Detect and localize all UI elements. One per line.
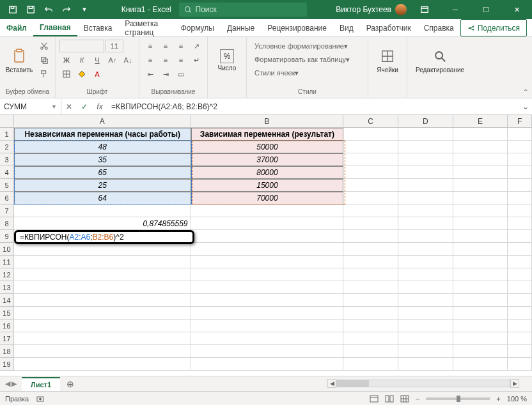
row-header[interactable]: 19 bbox=[0, 358, 14, 371]
cell[interactable] bbox=[343, 268, 398, 281]
cell[interactable] bbox=[508, 192, 532, 204]
col-header-b[interactable]: B bbox=[191, 115, 344, 127]
search-box[interactable]: Поиск bbox=[179, 3, 307, 17]
cell[interactable]: 64 bbox=[14, 192, 191, 204]
maximize-button[interactable]: ☐ bbox=[473, 0, 499, 19]
paste-button[interactable]: Вставить bbox=[4, 40, 35, 81]
cell[interactable] bbox=[398, 332, 453, 345]
ribbon-mode-icon[interactable] bbox=[412, 0, 437, 19]
cell[interactable] bbox=[453, 153, 508, 166]
cell[interactable] bbox=[191, 256, 344, 268]
cell[interactable] bbox=[508, 307, 532, 320]
cell[interactable]: 25 bbox=[14, 179, 191, 192]
cell[interactable] bbox=[343, 179, 398, 192]
cell[interactable] bbox=[453, 268, 508, 281]
cell[interactable] bbox=[14, 358, 191, 371]
row-header[interactable]: 10 bbox=[0, 243, 14, 256]
cell[interactable] bbox=[191, 294, 344, 307]
row-header[interactable]: 13 bbox=[0, 281, 14, 294]
cell[interactable] bbox=[508, 128, 532, 141]
tab-nav-next-icon[interactable]: ▶ bbox=[12, 380, 17, 388]
scroll-right-icon[interactable]: ▶ bbox=[510, 379, 519, 388]
cell[interactable] bbox=[343, 166, 398, 179]
cell[interactable]: 35 bbox=[14, 153, 191, 166]
indent-increase-icon[interactable]: ⇥ bbox=[159, 68, 173, 81]
view-normal-icon[interactable] bbox=[370, 395, 379, 403]
cell[interactable] bbox=[398, 153, 453, 166]
cell[interactable] bbox=[398, 230, 453, 243]
cell[interactable] bbox=[453, 141, 508, 153]
cell[interactable] bbox=[343, 345, 398, 358]
cells-button[interactable]: Ячейки bbox=[372, 40, 403, 81]
cell[interactable] bbox=[453, 358, 508, 371]
col-header-f[interactable]: F bbox=[508, 115, 532, 127]
cell[interactable] bbox=[508, 268, 532, 281]
cell[interactable] bbox=[343, 332, 398, 345]
cell[interactable] bbox=[508, 320, 532, 332]
qat-dropdown-icon[interactable]: ▼ bbox=[77, 2, 92, 17]
cell[interactable] bbox=[343, 256, 398, 268]
cell[interactable] bbox=[508, 294, 532, 307]
zoom-out-button[interactable]: − bbox=[416, 395, 419, 403]
close-button[interactable]: ✕ bbox=[504, 0, 529, 19]
cell[interactable] bbox=[398, 166, 453, 179]
cell[interactable] bbox=[508, 217, 532, 230]
zoom-slider[interactable] bbox=[426, 397, 490, 400]
wrap-text-icon[interactable]: ↵ bbox=[189, 54, 203, 66]
row-header[interactable]: 18 bbox=[0, 345, 14, 358]
cell[interactable] bbox=[343, 320, 398, 332]
align-bottom-icon[interactable]: ≡ bbox=[174, 40, 188, 52]
cell[interactable] bbox=[398, 141, 453, 153]
col-header-c[interactable]: C bbox=[343, 115, 398, 127]
row-header[interactable]: 5 bbox=[0, 179, 14, 192]
tab-insert[interactable]: Вставка bbox=[77, 19, 119, 36]
cell[interactable] bbox=[453, 332, 508, 345]
cell[interactable] bbox=[453, 307, 508, 320]
row-header[interactable]: 8 bbox=[0, 217, 14, 230]
view-page-break-icon[interactable] bbox=[400, 395, 409, 403]
format-painter-icon[interactable] bbox=[37, 68, 51, 81]
bold-button[interactable]: Ж bbox=[59, 54, 74, 66]
cell[interactable]: Независимая переменная (часы работы) bbox=[14, 128, 191, 141]
row-header[interactable]: 9 bbox=[0, 230, 14, 243]
font-shrink-icon[interactable]: A↓ bbox=[121, 54, 135, 66]
cell[interactable] bbox=[508, 166, 532, 179]
cell[interactable] bbox=[343, 128, 398, 141]
number-format-button[interactable]: % Число bbox=[212, 40, 242, 81]
row-header[interactable]: 17 bbox=[0, 332, 14, 345]
cell[interactable] bbox=[14, 320, 191, 332]
cell[interactable] bbox=[14, 332, 191, 345]
col-header-e[interactable]: E bbox=[453, 115, 508, 127]
view-page-layout-icon[interactable] bbox=[385, 395, 394, 403]
row-header[interactable]: 2 bbox=[0, 141, 14, 153]
cell[interactable] bbox=[398, 268, 453, 281]
cell[interactable] bbox=[191, 243, 344, 256]
cell[interactable] bbox=[508, 230, 532, 243]
cell[interactable] bbox=[398, 307, 453, 320]
name-box[interactable]: СУММ▼ bbox=[0, 98, 61, 114]
cell[interactable]: 48 bbox=[14, 141, 191, 153]
cell[interactable] bbox=[191, 217, 344, 230]
format-as-table-button[interactable]: Форматировать как таблицу ▾ bbox=[251, 53, 354, 66]
cell[interactable] bbox=[453, 256, 508, 268]
cell[interactable] bbox=[191, 332, 344, 345]
cell[interactable] bbox=[453, 230, 508, 243]
cell[interactable] bbox=[453, 166, 508, 179]
row-header[interactable]: 3 bbox=[0, 153, 14, 166]
cell[interactable] bbox=[508, 243, 532, 256]
align-middle-icon[interactable]: ≡ bbox=[159, 40, 173, 52]
fill-color-icon[interactable] bbox=[75, 68, 89, 81]
cell[interactable] bbox=[453, 204, 508, 217]
cell[interactable] bbox=[453, 320, 508, 332]
align-center-icon[interactable]: ≡ bbox=[159, 54, 173, 66]
row-header[interactable]: 6 bbox=[0, 192, 14, 204]
cell[interactable] bbox=[14, 345, 191, 358]
tab-help[interactable]: Справка bbox=[418, 19, 460, 36]
cell[interactable] bbox=[508, 153, 532, 166]
cell[interactable] bbox=[191, 345, 344, 358]
cell[interactable] bbox=[398, 256, 453, 268]
cell[interactable] bbox=[453, 217, 508, 230]
cell[interactable]: 50000 bbox=[191, 141, 344, 153]
tab-page-layout[interactable]: Разметка страниц bbox=[118, 19, 174, 36]
cell[interactable] bbox=[343, 204, 398, 217]
